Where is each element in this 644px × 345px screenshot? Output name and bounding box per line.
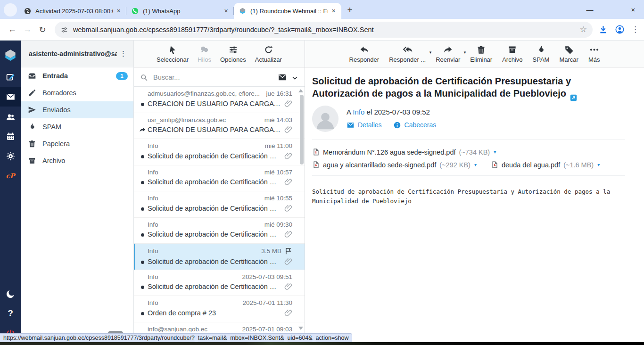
message-rows: admusuarios@finanzas.gob.ec, eflore...ju…	[134, 87, 305, 345]
dropdown-caret-icon[interactable]: ▾	[464, 50, 466, 55]
message-row-2[interactable]: usr_sinfip@finanzas.gob.ecmié 14:03CREAC…	[134, 113, 305, 140]
scroll-up-arrow[interactable]	[298, 89, 303, 92]
msg-ms-button[interactable]: Más	[588, 45, 600, 63]
list-opciones-button[interactable]: Opciones	[220, 45, 246, 63]
site-settings-icon[interactable]	[60, 25, 68, 33]
rail-item-roundcube-logo	[0, 43, 21, 67]
browser-tab-2[interactable]: (1) WhatsApp×	[126, 3, 234, 19]
button-label: SPAM	[533, 56, 550, 63]
open-in-new-window-icon[interactable]	[570, 91, 578, 99]
restore-button[interactable]	[601, 0, 622, 19]
tab-search-button[interactable]	[4, 3, 17, 16]
folder-list: Entrada1BorradoresEnviadosSPAMPapeleraAr…	[21, 67, 133, 169]
folder-item-archivo[interactable]: Archivo	[21, 152, 133, 169]
rail-item-help[interactable]: ?	[0, 304, 21, 323]
flag-icon[interactable]	[284, 247, 292, 255]
attachment-file[interactable]: agua y alcantarillado sede-signed.pdf(~2…	[312, 160, 477, 169]
msg-archivo-button[interactable]: Archivo	[502, 45, 522, 63]
scroll-down-arrow[interactable]	[298, 327, 303, 330]
message-row-6[interactable]: Infomié 09:30Solicitud de aprobación de …	[134, 218, 305, 244]
recipient-link[interactable]: Info	[353, 108, 364, 116]
bookmark-icon[interactable]: ☆	[580, 25, 587, 34]
row-date: 2025-07-03 09:51	[242, 273, 292, 280]
rail-item-calendar[interactable]	[0, 126, 21, 146]
folder-label: SPAM	[42, 123, 61, 131]
rail-item-settings[interactable]	[0, 146, 21, 166]
folder-item-papelera[interactable]: Papelera	[21, 135, 133, 152]
message-header: A Info el 2025-07-03 09:52 DetallesCabec…	[312, 106, 625, 132]
attachment-name[interactable]: deuda del agua.pdf	[502, 161, 560, 169]
message-row-8[interactable]: Info2025-07-03 09:51Solicitud de aprobac…	[134, 270, 305, 296]
folder-item-spam[interactable]: SPAM	[21, 118, 133, 135]
list-toolbar: SeleccionarHilosOpcionesActualizar	[134, 41, 305, 68]
folder-item-borradores[interactable]: Borradores	[21, 84, 133, 101]
header-links: DetallesCabeceras	[347, 121, 436, 129]
back-button[interactable]: ←	[5, 22, 20, 37]
address-bar[interactable]: webmail.sanjuan.gob.ec/cpsess8918591777/…	[55, 22, 593, 38]
msg-responder-button[interactable]: Responder ...▾	[389, 45, 426, 63]
message-row-5[interactable]: Infomié 10:55Solicitud de aprobación de …	[134, 191, 305, 218]
rail-item-mail[interactable]	[0, 87, 21, 107]
attachment-menu-caret-icon[interactable]: ▾	[597, 162, 600, 167]
unread-marker	[139, 258, 146, 265]
reply-all-icon	[403, 45, 413, 55]
threads-icon	[199, 45, 209, 55]
rail-item-dark-mode[interactable]	[0, 284, 21, 304]
options-icon	[228, 45, 238, 55]
dropdown-caret-icon[interactable]: ▾	[429, 50, 432, 55]
scrollbar-thumb[interactable]	[300, 95, 304, 164]
roundcube-logo-icon	[3, 48, 17, 62]
folder-item-enviados[interactable]: Enviados	[21, 101, 133, 118]
rail-item-cpanel[interactable]: cP	[0, 166, 21, 186]
folder-menu-icon[interactable]: ⋮	[117, 49, 130, 58]
list-seleccionar-button[interactable]: Seleccionar	[157, 45, 189, 63]
row-date: mié 14:03	[264, 116, 292, 123]
list-hilos-button[interactable]: Hilos	[198, 45, 211, 63]
forward-button[interactable]: →	[20, 22, 35, 37]
button-label: Más	[588, 56, 600, 63]
rail-item-compose[interactable]	[0, 67, 21, 87]
new-tab-button[interactable]: +	[343, 3, 356, 16]
attachment-menu-caret-icon[interactable]: ▾	[474, 162, 477, 167]
minimize-button[interactable]: —	[579, 0, 601, 19]
search-input[interactable]	[152, 73, 273, 82]
msg-responder-button[interactable]: Responder	[349, 45, 380, 63]
folder-item-entrada[interactable]: Entrada1	[21, 67, 133, 84]
rail-item-contacts[interactable]	[0, 107, 21, 126]
tab-close-icon[interactable]: ×	[222, 7, 230, 15]
message-row-7[interactable]: Info3.5 MBSolicitud de aprobación de Cer…	[134, 244, 305, 270]
downloads-icon[interactable]	[598, 25, 608, 34]
message-row-9[interactable]: Info2025-07-01 11:30Orden de compra # 23	[134, 296, 305, 322]
msg-reenviar-button[interactable]: Reenviar▾	[436, 45, 460, 63]
attachment-file[interactable]: deuda del agua.pdf(~1.6 MB)▾	[491, 160, 600, 169]
unread-marker	[139, 230, 146, 238]
message-row-1[interactable]: admusuarios@finanzas.gob.ec, eflore...ju…	[134, 87, 305, 113]
search-scope-envelope-icon[interactable]	[278, 73, 287, 82]
search-options-chevron-icon[interactable]	[291, 74, 298, 81]
msg-spam-button[interactable]: SPAM	[533, 45, 550, 63]
reload-button[interactable]: ↻	[35, 22, 50, 37]
tab-close-icon[interactable]: ×	[115, 7, 123, 15]
browser-tab-1[interactable]: Actividad 2025-07-03 08:00:00×	[19, 3, 126, 19]
message-row-4[interactable]: Infomié 10:57Solicitud de aprobación de …	[134, 165, 305, 192]
profile-icon[interactable]	[615, 25, 625, 34]
close-button[interactable]: ×	[622, 0, 644, 19]
cabeceras-link[interactable]: Cabeceras	[393, 121, 437, 129]
browser-toolbar: ← → ↻ webmail.sanjuan.gob.ec/cpsess89185…	[0, 19, 644, 41]
url-text[interactable]: webmail.sanjuan.gob.ec/cpsess8918591777/…	[73, 26, 576, 33]
list-actualizar-button[interactable]: Actualizar	[255, 45, 282, 63]
archive-icon	[28, 156, 36, 165]
message-row-3[interactable]: Infomié 11:00Solicitud de aprobación de …	[134, 139, 305, 165]
detalles-link[interactable]: Detalles	[347, 121, 382, 129]
button-label: Marcar	[559, 56, 578, 63]
message-list-pane: SeleccionarHilosOpcionesActualizar admus…	[134, 41, 305, 345]
attachment-name[interactable]: agua y alcantarillado sede-signed.pdf	[323, 161, 436, 169]
msg-marcar-button[interactable]: Marcar	[559, 45, 578, 63]
browser-menu-icon[interactable]: ⋮	[631, 25, 639, 34]
attachment-name[interactable]: Memorándum N°.126 agua sede-signed.pdf	[323, 148, 455, 156]
msg-eliminar-button[interactable]: Eliminar	[470, 45, 492, 63]
browser-tab-3[interactable]: (1) Roundcube Webmail :: Envia×	[234, 3, 341, 19]
attachment-file[interactable]: Memorándum N°.126 agua sede-signed.pdf(~…	[312, 148, 496, 156]
attachment-menu-caret-icon[interactable]: ▾	[494, 149, 496, 155]
tab-close-icon[interactable]: ×	[330, 7, 338, 15]
